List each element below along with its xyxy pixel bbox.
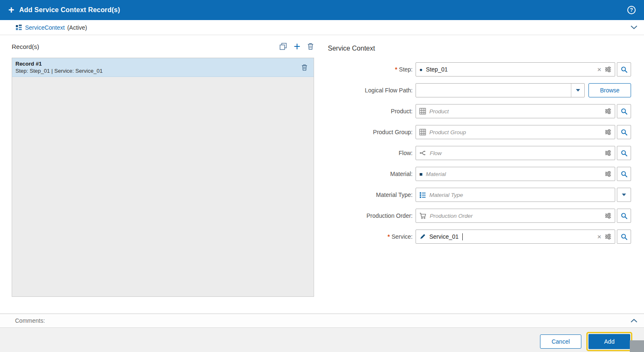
cancel-button[interactable]: Cancel xyxy=(540,334,581,349)
product-label-text: Product: xyxy=(391,108,413,115)
product-search-button[interactable] xyxy=(617,104,631,118)
production-order-cart-icon xyxy=(419,212,426,219)
product-group-grid-icon xyxy=(419,129,426,135)
chevron-down-icon[interactable] xyxy=(631,26,637,29)
flow-search-button[interactable] xyxy=(617,146,631,160)
material-type-input[interactable]: Material Type xyxy=(416,188,615,202)
entity-icon xyxy=(16,25,22,31)
context-bar: ServiceContext (Active) xyxy=(0,20,644,35)
product-input[interactable]: Product xyxy=(416,104,615,118)
entity-status: (Active) xyxy=(67,24,87,31)
flow-placeholder: Flow xyxy=(430,150,442,156)
flow-icon xyxy=(419,150,426,156)
step-label: *Step: xyxy=(328,66,413,73)
product-group-label: Product Group: xyxy=(328,129,413,135)
delete-record-icon[interactable] xyxy=(307,43,314,50)
field-row-material: Material: ■ Material xyxy=(328,167,632,181)
dialog-footer: Cancel Add xyxy=(0,327,644,352)
copy-record-icon[interactable] xyxy=(279,43,287,50)
field-row-material-type: Material Type: Material Type xyxy=(328,188,632,202)
field-row-product-group: Product Group: Product Group xyxy=(328,125,632,139)
clear-icon[interactable]: × xyxy=(597,66,601,73)
production-order-label: Production Order: xyxy=(328,212,413,219)
material-type-list-icon xyxy=(419,191,426,198)
cursor-artifact xyxy=(630,340,644,352)
record-text: Record #1 Step: Step_01 | Service: Servi… xyxy=(15,61,103,74)
add-record-icon[interactable]: + xyxy=(294,43,300,50)
records-panel-header: Record(s) + xyxy=(12,43,314,50)
field-row-step: *Step: ● Step_01 × xyxy=(328,62,632,77)
chevron-down-icon[interactable] xyxy=(571,84,584,97)
flow-label-text: Flow: xyxy=(399,150,413,156)
step-value: Step_01 xyxy=(426,66,448,73)
step-search-button[interactable] xyxy=(617,62,631,77)
material-type-label-text: Material Type: xyxy=(376,191,413,198)
material-search-button[interactable] xyxy=(617,167,631,181)
product-group-label-text: Product Group: xyxy=(373,129,413,135)
service-value: Service_01 xyxy=(429,233,459,240)
record-row-1[interactable]: Record #1 Step: Step_01 | Service: Servi… xyxy=(12,58,314,77)
material-label-text: Material: xyxy=(390,171,413,177)
record-subtitle: Step: Step_01 | Service: Service_01 xyxy=(15,68,103,74)
production-order-label-text: Production Order: xyxy=(367,212,413,219)
chevron-up-icon[interactable] xyxy=(631,319,637,323)
step-input[interactable]: ● Step_01 × xyxy=(416,62,615,77)
product-group-input[interactable]: Product Group xyxy=(416,125,615,139)
records-toolbar: + xyxy=(279,43,314,50)
filter-settings-icon[interactable] xyxy=(605,108,611,115)
filter-settings-icon[interactable] xyxy=(605,212,611,219)
dialog-title: Add Service Context Record(s) xyxy=(19,6,120,14)
required-asterisk: * xyxy=(388,233,390,240)
filter-settings-icon[interactable] xyxy=(605,150,611,156)
filter-settings-icon[interactable] xyxy=(605,233,611,240)
material-placeholder: Material xyxy=(426,171,446,177)
material-input[interactable]: ■ Material xyxy=(416,167,615,181)
logical-flow-path-label: Logical Flow Path: xyxy=(328,87,413,94)
material-square-icon: ■ xyxy=(419,171,423,177)
plus-icon: + xyxy=(8,5,14,15)
field-row-service: *Service: Service_01 × xyxy=(328,230,632,244)
form-title: Service Context xyxy=(328,45,375,52)
step-circle-icon: ● xyxy=(419,67,423,72)
service-pencil-icon xyxy=(419,233,426,240)
logical-flow-path-select[interactable] xyxy=(416,83,585,97)
browse-button[interactable]: Browse xyxy=(588,83,631,97)
help-icon[interactable]: ? xyxy=(627,6,636,14)
step-label-text: Step: xyxy=(399,66,413,73)
field-row-production-order: Production Order: Production Order xyxy=(328,209,632,223)
record-delete-icon[interactable] xyxy=(301,64,308,71)
field-row-product: Product: Product xyxy=(328,104,632,118)
material-type-label: Material Type: xyxy=(328,191,413,198)
filter-settings-icon[interactable] xyxy=(605,171,611,177)
material-label: Material: xyxy=(328,171,413,177)
filter-settings-icon[interactable] xyxy=(605,129,611,135)
product-grid-icon xyxy=(419,108,426,115)
flow-input[interactable]: Flow xyxy=(416,146,615,160)
production-order-search-button[interactable] xyxy=(617,209,631,223)
entity-name-link[interactable]: ServiceContext xyxy=(25,24,65,31)
service-label: *Service: xyxy=(328,233,413,240)
product-placeholder: Product xyxy=(429,108,449,115)
service-context-form: *Step: ● Step_01 × Logical Flow Path: xyxy=(328,62,632,250)
production-order-input[interactable]: Production Order xyxy=(416,209,615,223)
field-row-flow: Flow: Flow xyxy=(328,146,632,160)
flow-label: Flow: xyxy=(328,150,413,156)
service-search-button[interactable] xyxy=(617,230,631,244)
comments-bar[interactable]: Comments: xyxy=(0,314,644,327)
product-label: Product: xyxy=(328,108,413,115)
product-group-search-button[interactable] xyxy=(617,125,631,139)
logical-flow-path-label-text: Logical Flow Path: xyxy=(365,87,413,94)
service-input[interactable]: Service_01 × xyxy=(416,230,615,244)
material-type-dropdown-button[interactable] xyxy=(617,188,631,202)
required-asterisk: * xyxy=(395,66,397,73)
add-button[interactable]: Add xyxy=(588,334,630,349)
filter-settings-icon[interactable] xyxy=(605,66,611,73)
add-service-context-dialog: + Add Service Context Record(s) ? Servic… xyxy=(0,0,644,352)
text-cursor xyxy=(462,233,463,240)
field-row-logical-flow-path: Logical Flow Path: Browse xyxy=(328,83,632,97)
clear-icon[interactable]: × xyxy=(597,233,601,240)
material-type-placeholder: Material Type xyxy=(429,192,463,198)
production-order-placeholder: Production Order xyxy=(430,213,473,219)
record-title: Record #1 xyxy=(15,61,103,67)
records-title: Record(s) xyxy=(12,43,39,50)
